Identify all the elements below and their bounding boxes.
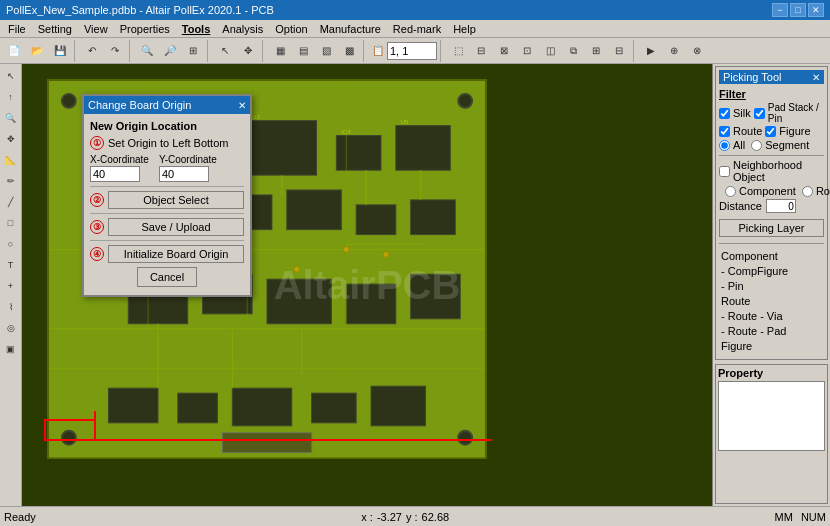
tb-c2[interactable]: ⊟	[470, 40, 492, 62]
lt-text[interactable]: T	[1, 255, 21, 275]
comp-item-route[interactable]: Route	[719, 294, 824, 309]
menu-view[interactable]: View	[78, 22, 114, 36]
menu-help[interactable]: Help	[447, 22, 482, 36]
tb-c3[interactable]: ⊠	[493, 40, 515, 62]
maximize-button[interactable]: □	[790, 3, 806, 17]
tb-select[interactable]: ↖	[214, 40, 236, 62]
menu-setting[interactable]: Setting	[32, 22, 78, 36]
comp-item-component[interactable]: Component	[719, 249, 824, 264]
svg-point-35	[294, 266, 300, 272]
checkbox-padstack-input[interactable]	[754, 108, 765, 119]
dialog-divider1	[90, 186, 244, 187]
checkbox-silk-input[interactable]	[719, 108, 730, 119]
initialize-origin-button[interactable]: Initialize Board Origin	[108, 245, 244, 263]
page-label: 📋	[370, 45, 386, 56]
status-x-value: -3.27	[377, 511, 402, 523]
toolbar-sep-5	[363, 40, 367, 62]
nb-radio-route[interactable]	[802, 186, 813, 197]
status-y-value: 62.68	[422, 511, 450, 523]
radio-all-group: All	[719, 139, 745, 151]
lt-zoom[interactable]: 🔍	[1, 108, 21, 128]
lt-line[interactable]: ╱	[1, 192, 21, 212]
lt-pan[interactable]: ✥	[1, 129, 21, 149]
cancel-button[interactable]: Cancel	[137, 267, 197, 287]
comp-item-route-via[interactable]: - Route - Via	[719, 309, 824, 324]
tb-c4[interactable]: ⊡	[516, 40, 538, 62]
tb-b4[interactable]: ▩	[338, 40, 360, 62]
tb-b1[interactable]: ▦	[269, 40, 291, 62]
status-mode: NUM	[801, 511, 826, 523]
y-coord-input[interactable]	[159, 166, 209, 182]
filter-label: Filter	[719, 88, 824, 100]
tb-d1[interactable]: ▶	[640, 40, 662, 62]
tb-c5[interactable]: ◫	[539, 40, 561, 62]
main-layout: ↖ ↑ 🔍 ✥ 📐 ✏ ╱ □ ○ T + ⌇ ◎ ▣	[0, 64, 830, 506]
radio-all[interactable]	[719, 140, 730, 151]
menu-option[interactable]: Option	[269, 22, 313, 36]
lt-pointer[interactable]: ↑	[1, 87, 21, 107]
menu-analysis[interactable]: Analysis	[216, 22, 269, 36]
picking-tool-title: Picking Tool ✕	[719, 70, 824, 84]
tb-move[interactable]: ✥	[237, 40, 259, 62]
lt-circle[interactable]: ○	[1, 234, 21, 254]
lt-place[interactable]: +	[1, 276, 21, 296]
comp-item-figure[interactable]: Figure	[719, 339, 824, 354]
lt-via[interactable]: ◎	[1, 318, 21, 338]
y-coord-label: Y-Coordinate	[159, 154, 217, 165]
page-input[interactable]	[387, 42, 437, 60]
lt-route[interactable]: ⌇	[1, 297, 21, 317]
picking-layer-button[interactable]: Picking Layer	[719, 219, 824, 237]
tb-zoomout[interactable]: 🔎	[159, 40, 181, 62]
radio-segment[interactable]	[751, 140, 762, 151]
pcb-canvas[interactable]: U1 U2 U3 IC4 U5 U6 U7 AltairPCB Change B…	[22, 64, 712, 506]
dialog-close-button[interactable]: ✕	[238, 100, 246, 111]
tb-c1[interactable]: ⬚	[447, 40, 469, 62]
distance-input[interactable]	[766, 199, 796, 213]
tb-b2[interactable]: ▤	[292, 40, 314, 62]
svg-rect-10	[356, 205, 396, 235]
filter-section: Filter Silk Pad Stack / Pin Route Figure	[719, 88, 824, 151]
tb-d3[interactable]: ⊗	[686, 40, 708, 62]
checkbox-route: Route Figure	[719, 125, 824, 137]
tb-fit[interactable]: ⊞	[182, 40, 204, 62]
tb-new[interactable]: 📄	[3, 40, 25, 62]
save-upload-button[interactable]: Save / Upload	[108, 218, 244, 236]
tb-undo[interactable]: ↶	[81, 40, 103, 62]
comp-item-compfigure[interactable]: - CompFigure	[719, 264, 824, 279]
checkbox-figure-input[interactable]	[765, 126, 776, 137]
tb-b3[interactable]: ▧	[315, 40, 337, 62]
tb-d2[interactable]: ⊕	[663, 40, 685, 62]
lt-draw[interactable]: ✏	[1, 171, 21, 191]
close-button[interactable]: ✕	[808, 3, 824, 17]
menu-file[interactable]: File	[2, 22, 32, 36]
tb-redo[interactable]: ↷	[104, 40, 126, 62]
svg-rect-15	[346, 284, 396, 324]
menu-tools[interactable]: Tools	[176, 22, 217, 36]
nb-radio-component[interactable]	[725, 186, 736, 197]
tb-open[interactable]: 📂	[26, 40, 48, 62]
lt-select[interactable]: ↖	[1, 66, 21, 86]
comp-item-route-pad[interactable]: - Route - Pad	[719, 324, 824, 339]
nb-checkbox[interactable]	[719, 166, 730, 177]
tb-c7[interactable]: ⊞	[585, 40, 607, 62]
comp-item-pin[interactable]: - Pin	[719, 279, 824, 294]
minimize-button[interactable]: −	[772, 3, 788, 17]
menu-redmark[interactable]: Red-mark	[387, 22, 447, 36]
menu-properties[interactable]: Properties	[114, 22, 176, 36]
nb-radio-route-group: Route	[802, 185, 830, 197]
object-select-button[interactable]: Object Select	[108, 191, 244, 209]
tb-c6[interactable]: ⧉	[562, 40, 584, 62]
x-coord-input[interactable]	[90, 166, 140, 182]
tb-save[interactable]: 💾	[49, 40, 71, 62]
dialog-divider3	[90, 240, 244, 241]
change-board-origin-dialog: Change Board Origin ✕ New Origin Locatio…	[82, 94, 252, 297]
window-controls: − □ ✕	[772, 3, 824, 17]
tb-c8[interactable]: ⊟	[608, 40, 630, 62]
picking-tool-close[interactable]: ✕	[812, 72, 820, 83]
menu-manufacture[interactable]: Manufacture	[314, 22, 387, 36]
lt-measure[interactable]: 📐	[1, 150, 21, 170]
tb-zoomin[interactable]: 🔍	[136, 40, 158, 62]
lt-rect[interactable]: □	[1, 213, 21, 233]
checkbox-route-input[interactable]	[719, 126, 730, 137]
lt-fill[interactable]: ▣	[1, 339, 21, 359]
